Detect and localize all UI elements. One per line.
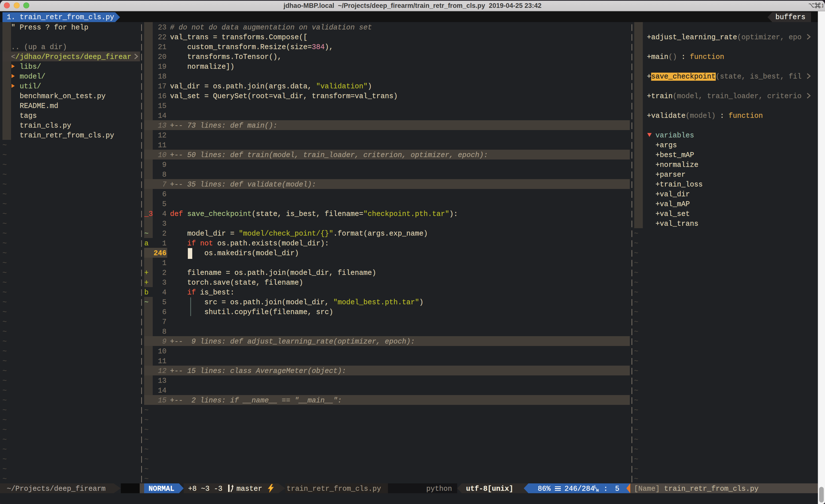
svg-text:1: 1: [821, 2, 823, 9]
